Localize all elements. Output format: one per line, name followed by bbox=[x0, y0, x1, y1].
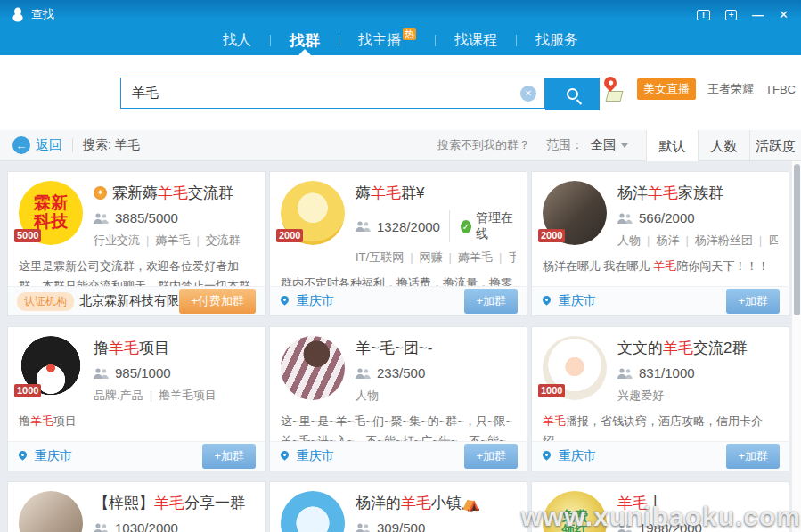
capacity-badge: 1000 bbox=[14, 384, 41, 397]
members-icon bbox=[356, 523, 371, 532]
group-tags: 兴趣爱好 bbox=[617, 388, 778, 404]
members-icon bbox=[94, 213, 109, 224]
back-arrow-icon: ← bbox=[12, 136, 30, 154]
live-show-badge[interactable]: 美女直播 bbox=[637, 78, 696, 100]
group-card[interactable]: 2000 杨洋羊毛家族群 566/2000 人物|杨洋|杨洋粉丝团|四大名...… bbox=[531, 171, 789, 316]
search-button[interactable] bbox=[545, 78, 600, 110]
group-description: 撸羊毛项目 bbox=[8, 404, 265, 431]
member-count: 309/500 bbox=[356, 520, 516, 532]
members-icon bbox=[94, 368, 109, 379]
location-pin-icon bbox=[17, 449, 29, 461]
group-title: 撸羊毛项目 bbox=[94, 338, 254, 358]
sort-tab-members[interactable]: 人数 bbox=[698, 130, 749, 161]
tab-find-services[interactable]: 找服务 bbox=[517, 25, 597, 55]
member-count: 985/1000 bbox=[94, 365, 254, 381]
capacity-badge: 2000 bbox=[538, 229, 565, 242]
map-location-icon[interactable] bbox=[601, 76, 625, 102]
group-avatar: 1000 bbox=[543, 336, 607, 400]
group-card[interactable]: 羊~毛~团~- 233/500 人物 这~里~是~羊~毛~们~聚~集~的~群~，… bbox=[269, 326, 527, 471]
clear-search-icon[interactable]: ✕ bbox=[520, 86, 536, 102]
minimize-button[interactable]: — bbox=[752, 8, 764, 21]
join-group-button[interactable]: +加群 bbox=[464, 289, 518, 314]
tab-find-courses[interactable]: 找课程 bbox=[436, 25, 516, 55]
member-count: 1030/2000 bbox=[94, 520, 254, 532]
capacity-badge: 2000 bbox=[276, 229, 303, 242]
group-description: 这~里~是~羊~毛~们~聚~集~的~群~，只~限~羊~毛~进~入~，不~能~打~… bbox=[270, 404, 527, 441]
tab-find-groups[interactable]: 找群 bbox=[271, 25, 339, 55]
group-title: 杨洋的羊毛小镇⛺ bbox=[356, 493, 516, 513]
group-description: 群内不定时各种福利，撸话费，撸流量，撸零食，撸现金，撸实物，抢红包，bug优惠券… bbox=[270, 266, 527, 286]
member-count: 233/500 bbox=[356, 365, 516, 381]
join-group-button[interactable]: +加群 bbox=[202, 444, 256, 469]
group-city: 重庆市 bbox=[559, 293, 596, 309]
certified-org-badge: 认证机构 bbox=[17, 292, 74, 311]
search-section: ✕ 美女直播 王者荣耀 TFBC bbox=[0, 55, 801, 130]
sort-tab-activity[interactable]: 活跃度 bbox=[749, 130, 801, 161]
group-card[interactable]: 1000 撸羊毛项目 985/1000 品牌.产品|撸羊毛项目 撸羊毛项目 重庆… bbox=[7, 326, 266, 471]
member-count: 566/2000 bbox=[617, 210, 778, 225]
group-title: ✦霖新薅羊毛交流群 bbox=[94, 183, 254, 203]
divider bbox=[72, 138, 73, 152]
group-avatar bbox=[19, 491, 83, 532]
group-card[interactable]: 杨洋的羊毛小镇⛺ 309/500 bbox=[269, 481, 527, 532]
tab-find-streamers[interactable]: 找主播热 bbox=[339, 25, 435, 55]
group-tags: 人物|杨洋|杨洋粉丝团|四大名... bbox=[617, 233, 778, 249]
group-card[interactable]: 【梓熙】羊毛分享一群 1030/2000 bbox=[7, 481, 266, 532]
hot-search-link[interactable]: 王者荣耀 bbox=[707, 81, 754, 97]
scrollbar-track[interactable] bbox=[791, 161, 801, 532]
group-city: 重庆市 bbox=[35, 448, 72, 464]
result-list: 霖新 科技 5000 ✦霖新薅羊毛交流群 3885/5000 行业交流|薅羊毛|… bbox=[0, 161, 801, 532]
window-title: 查找 bbox=[31, 6, 54, 22]
search-input[interactable] bbox=[121, 78, 544, 108]
group-description: 杨洋在哪儿 我在哪儿 羊毛陪你闯天下！！！ bbox=[532, 249, 789, 276]
capacity-badge: 1000 bbox=[538, 384, 565, 397]
search-query-label: 搜索: 羊毛 bbox=[83, 137, 140, 153]
member-count: 831/1000 bbox=[617, 365, 778, 381]
group-card[interactable]: 2000 薅羊毛群¥ 1328/2000 管理在线 IT/互联网|网赚|薅羊毛|… bbox=[269, 171, 527, 316]
join-group-button[interactable]: +加群 bbox=[464, 444, 518, 469]
location-pin-icon bbox=[541, 449, 552, 461]
group-tags: 人物 bbox=[356, 388, 516, 404]
member-count: 1328/2000 管理在线 bbox=[356, 210, 516, 242]
group-title: 杨洋羊毛家族群 bbox=[617, 183, 778, 203]
members-icon bbox=[617, 368, 633, 379]
cannot-find-group-link[interactable]: 搜索不到我的群？ bbox=[437, 137, 530, 153]
group-card[interactable]: 1000 文文的羊毛交流2群 831/1000 兴趣爱好 羊毛播报，省钱诀窍，酒… bbox=[531, 326, 789, 471]
join-group-button[interactable]: +加群 bbox=[726, 289, 780, 314]
watermark: www.xunibaoku.com bbox=[521, 502, 801, 532]
group-city: 重庆市 bbox=[297, 293, 334, 309]
group-avatar bbox=[281, 491, 345, 532]
sort-tab-default[interactable]: 默认 bbox=[646, 130, 698, 161]
members-icon bbox=[94, 523, 109, 532]
group-tags: 品牌.产品|撸羊毛项目 bbox=[94, 388, 254, 404]
company-name: 北京霖新科技有限公司 bbox=[79, 293, 179, 309]
scrollbar-thumb[interactable] bbox=[794, 164, 800, 315]
group-description: 羊毛播报，省钱诀窍，酒店攻略，信用卡介绍。 bbox=[532, 404, 789, 441]
group-avatar: 2000 bbox=[281, 181, 345, 245]
close-button[interactable]: ✕ bbox=[779, 8, 789, 21]
tab-find-people[interactable]: 找人 bbox=[204, 25, 270, 55]
group-title: 文文的羊毛交流2群 bbox=[617, 338, 778, 358]
member-count: 3885/5000 bbox=[94, 210, 254, 225]
hot-search-link[interactable]: TFBC bbox=[765, 83, 796, 96]
group-title: 羊~毛~团~- bbox=[356, 338, 516, 358]
feedback-icon[interactable]: ! bbox=[697, 10, 710, 20]
members-icon bbox=[356, 221, 371, 232]
search-box: ✕ bbox=[120, 78, 545, 109]
group-card[interactable]: 霖新 科技 5000 ✦霖新薅羊毛交流群 3885/5000 行业交流|薅羊毛|… bbox=[7, 171, 266, 316]
admin-online-status: 管理在线 bbox=[449, 210, 516, 242]
paid-join-group-button[interactable]: +付费加群 bbox=[179, 289, 256, 314]
app-box-icon[interactable]: + bbox=[725, 10, 737, 20]
titlebar: 查找 ! + — ✕ 找人 找群 找主播热 找课程 找服务 bbox=[0, 0, 801, 55]
group-title: 【梓熙】羊毛分享一群 bbox=[94, 493, 254, 513]
qq-logo-icon bbox=[11, 7, 25, 22]
join-group-button[interactable]: +加群 bbox=[726, 444, 780, 469]
group-avatar: 1000 bbox=[19, 336, 83, 400]
scope-dropdown[interactable]: 范围： 全国 bbox=[546, 137, 628, 153]
chevron-down-icon bbox=[621, 143, 628, 148]
capacity-badge: 5000 bbox=[14, 229, 41, 242]
back-button[interactable]: ← 返回 bbox=[12, 136, 62, 154]
group-avatar: 2000 bbox=[543, 181, 607, 245]
location-pin-icon bbox=[279, 294, 290, 306]
group-city: 重庆市 bbox=[559, 448, 596, 464]
